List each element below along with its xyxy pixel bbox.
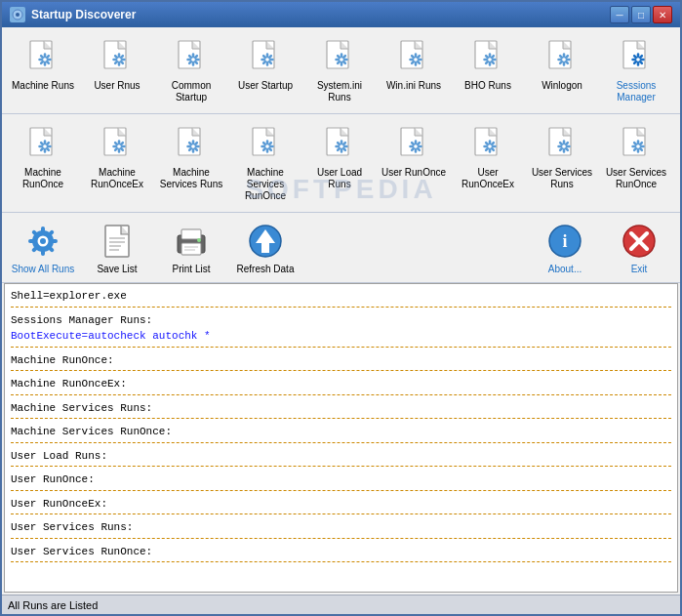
exit-label: Exit: [631, 264, 648, 274]
svg-line-67: [418, 56, 419, 57]
icon-user-runonceex[interactable]: User RunOnceEx: [451, 120, 525, 206]
svg-line-133: [195, 143, 196, 144]
action-exit[interactable]: Exit: [602, 217, 676, 278]
icon-user-startup[interactable]: User Startup: [228, 33, 302, 107]
icon-sysini-runs[interactable]: System.ini Runs: [302, 33, 377, 107]
action-about[interactable]: i About...: [528, 217, 602, 278]
user-services-runonce-icon: [616, 124, 657, 165]
svg-point-147: [340, 144, 343, 148]
icon-machine-services-runs[interactable]: Machine Services Runs: [154, 120, 228, 206]
show-all-runs-icon: [22, 221, 63, 262]
bho-runs-icon: [467, 37, 508, 78]
save-list-icon: [97, 221, 138, 262]
winini-runs-icon: [393, 37, 434, 78]
svg-line-72: [492, 62, 493, 62]
winlogon-icon: [542, 37, 582, 78]
svg-line-111: [47, 143, 48, 144]
machine-runs-label: Machine Runs: [12, 80, 74, 92]
minimize-button[interactable]: ─: [610, 6, 629, 23]
user-services-runs-label: User Services Runs: [527, 167, 597, 190]
output-line: [11, 538, 671, 542]
svg-line-23: [121, 56, 122, 57]
svg-line-210: [49, 232, 53, 236]
svg-rect-217: [181, 243, 201, 255]
svg-line-127: [195, 148, 196, 149]
svg-line-76: [486, 56, 487, 57]
output-line: [11, 561, 671, 565]
svg-point-92: [636, 58, 640, 62]
output-line: [11, 466, 671, 470]
window-title: Startup Discoverer: [31, 8, 136, 21]
icon-sessions-manager[interactable]: Sessions Manager: [599, 33, 673, 107]
svg-line-160: [418, 148, 419, 149]
svg-point-70: [488, 58, 492, 62]
restore-button[interactable]: □: [631, 6, 651, 23]
svg-line-177: [492, 143, 493, 144]
statusbar-text: All Runs are Listed: [8, 599, 98, 611]
svg-point-158: [414, 144, 418, 148]
icon-common-startup[interactable]: Common Startup: [154, 33, 228, 107]
icon-user-runonce[interactable]: User RunOnce: [377, 120, 451, 206]
svg-line-63: [412, 62, 413, 62]
svg-point-37: [265, 58, 269, 62]
user-runonceex-icon: [467, 124, 508, 165]
machine-runonce-label: Machine RunOnce: [8, 167, 78, 190]
sessions-manager-icon: [616, 37, 657, 78]
common-startup-label: Common Startup: [156, 80, 226, 103]
output-line: [11, 442, 671, 446]
output-line: User Services RunOnce:: [11, 544, 671, 560]
output-line: Machine RunOnce:: [11, 352, 671, 369]
icon-machine-runs[interactable]: Machine Runs: [6, 33, 80, 107]
svg-point-81: [562, 58, 566, 62]
action-show-all-runs[interactable]: Show All Runs: [6, 217, 80, 278]
bho-runs-label: BHO Runs: [464, 80, 511, 92]
icon-machine-runonceex[interactable]: Machine RunOnceEx: [80, 120, 154, 206]
svg-line-164: [412, 143, 413, 144]
svg-line-65: [412, 56, 413, 57]
action-refresh-data[interactable]: Refresh Data: [228, 217, 302, 278]
output-line: [11, 394, 671, 398]
svg-point-191: [636, 144, 640, 148]
user-runonce-label: User RunOnce: [381, 167, 446, 179]
svg-line-61: [418, 62, 419, 62]
svg-line-122: [121, 143, 122, 144]
icon-machine-services-runonce[interactable]: Machine Services RunOnce: [228, 120, 302, 206]
icon-machine-runonce[interactable]: Machine RunOnce: [6, 120, 80, 206]
svg-line-6: [47, 62, 48, 62]
machine-runonceex-label: Machine RunOnceEx: [82, 167, 152, 190]
svg-line-116: [121, 148, 122, 149]
close-button[interactable]: ✕: [653, 6, 672, 23]
icon-bho-runs[interactable]: BHO Runs: [451, 33, 525, 107]
svg-line-129: [189, 148, 190, 149]
action-print-list[interactable]: Print List: [154, 217, 228, 278]
svg-line-12: [47, 56, 48, 57]
output-area[interactable]: Shell=explorer.exeSessions Manager Runs:…: [4, 283, 678, 593]
icon-user-load-runs[interactable]: User Load Runs: [302, 120, 377, 206]
icon-winlogon[interactable]: Winlogon: [525, 33, 599, 107]
icon-user-services-runonce[interactable]: User Services RunOnce: [599, 120, 673, 206]
icon-user-runs[interactable]: User Rnus: [80, 33, 154, 107]
svg-line-193: [640, 148, 641, 149]
icon-winini-runs[interactable]: Win.ini Runs: [377, 33, 451, 107]
action-save-list[interactable]: Save List: [80, 217, 154, 278]
svg-line-100: [640, 56, 641, 57]
output-line: User Load Runs:: [11, 448, 671, 465]
svg-line-195: [634, 148, 635, 149]
icon-user-services-runs[interactable]: User Services Runs: [525, 120, 599, 206]
user-load-runs-icon: [319, 124, 360, 165]
output-line: [11, 513, 671, 517]
svg-line-10: [41, 56, 42, 57]
svg-line-109: [41, 143, 42, 144]
winlogon-label: Winlogon: [542, 80, 582, 92]
svg-line-21: [115, 56, 116, 57]
svg-line-173: [486, 148, 487, 149]
titlebar: Startup Discoverer ─ □ ✕: [2, 2, 680, 27]
right-actions: i About... Exit: [528, 217, 676, 278]
svg-line-153: [338, 143, 339, 144]
svg-line-94: [640, 62, 641, 62]
svg-line-166: [418, 143, 419, 144]
svg-line-199: [640, 143, 641, 144]
svg-line-50: [343, 62, 344, 62]
svg-line-74: [486, 62, 487, 62]
svg-line-83: [566, 62, 567, 62]
